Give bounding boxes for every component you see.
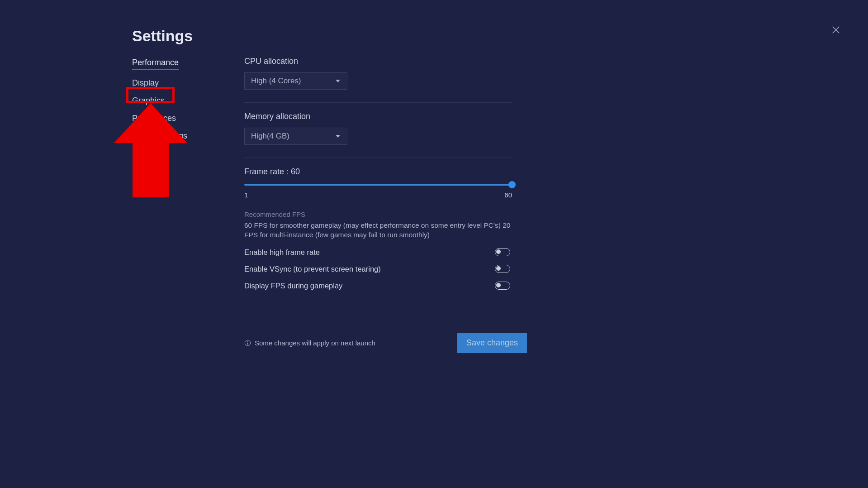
enable-high-frame-rate-toggle[interactable] bbox=[495, 248, 510, 256]
divider bbox=[244, 158, 512, 158]
cpu-allocation-label: CPU allocation bbox=[244, 57, 525, 66]
sidebar-item-display[interactable]: Display bbox=[132, 78, 159, 88]
frame-rate-slider[interactable] bbox=[244, 184, 512, 186]
toggle-row-vsync: Enable VSync (to prevent screen tearing) bbox=[244, 265, 510, 273]
settings-main: CPU allocation High (4 Cores) Memory all… bbox=[244, 57, 525, 290]
settings-dialog: Settings Performance Display Graphics Pr… bbox=[0, 0, 868, 488]
recommended-fps-description: 60 FPS for smoother gameplay (may effect… bbox=[244, 221, 512, 240]
cpu-allocation-select[interactable]: High (4 Cores) bbox=[244, 72, 347, 90]
enable-vsync-toggle[interactable] bbox=[495, 265, 510, 273]
divider bbox=[244, 102, 512, 103]
chevron-down-icon bbox=[335, 78, 341, 84]
chevron-down-icon bbox=[335, 134, 341, 139]
settings-footer: Some changes will apply on next launch S… bbox=[244, 333, 527, 353]
toggle-dot bbox=[496, 266, 501, 271]
recommended-fps-heading: Recommended FPS bbox=[244, 211, 525, 218]
frame-rate-max: 60 bbox=[504, 191, 512, 199]
svg-point-1 bbox=[247, 341, 248, 342]
close-icon bbox=[831, 25, 841, 35]
frame-rate-section: Frame rate : 60 1 60 bbox=[244, 167, 512, 199]
cpu-allocation-value: High (4 Cores) bbox=[251, 77, 335, 86]
memory-allocation-value: High(4 GB) bbox=[251, 132, 335, 141]
settings-sidebar: Performance Display Graphics Preferences… bbox=[132, 58, 213, 149]
frame-rate-label: Frame rate : 60 bbox=[244, 167, 512, 177]
page-title: Settings bbox=[132, 27, 193, 45]
toggle-dot bbox=[496, 283, 501, 287]
sidebar-item-performance[interactable]: Performance bbox=[132, 58, 179, 70]
footer-notice-text: Some changes will apply on next launch bbox=[255, 339, 375, 347]
sidebar-item-device-settings[interactable]: Device settings bbox=[132, 131, 187, 141]
display-fps-toggle[interactable] bbox=[495, 282, 510, 290]
toggle-row-high-frame-rate: Enable high frame rate bbox=[244, 248, 510, 257]
frame-rate-min: 1 bbox=[244, 191, 248, 199]
sidebar-item-preferences[interactable]: Preferences bbox=[132, 114, 176, 123]
svg-rect-2 bbox=[247, 343, 248, 344]
close-button[interactable] bbox=[831, 25, 841, 35]
save-changes-button[interactable]: Save changes bbox=[457, 333, 527, 353]
toggle-dot bbox=[496, 249, 501, 254]
memory-allocation-select[interactable]: High(4 GB) bbox=[244, 128, 347, 145]
enable-high-frame-rate-label: Enable high frame rate bbox=[244, 248, 320, 257]
footer-notice: Some changes will apply on next launch bbox=[244, 339, 375, 347]
memory-allocation-label: Memory allocation bbox=[244, 112, 525, 121]
display-fps-label: Display FPS during gameplay bbox=[244, 282, 342, 290]
enable-vsync-label: Enable VSync (to prevent screen tearing) bbox=[244, 265, 381, 273]
frame-rate-slider-knob[interactable] bbox=[508, 181, 516, 188]
info-icon bbox=[244, 340, 251, 346]
sidebar-item-graphics[interactable]: Graphics bbox=[132, 96, 165, 105]
vertical-divider bbox=[231, 54, 231, 353]
toggle-row-display-fps: Display FPS during gameplay bbox=[244, 282, 510, 290]
